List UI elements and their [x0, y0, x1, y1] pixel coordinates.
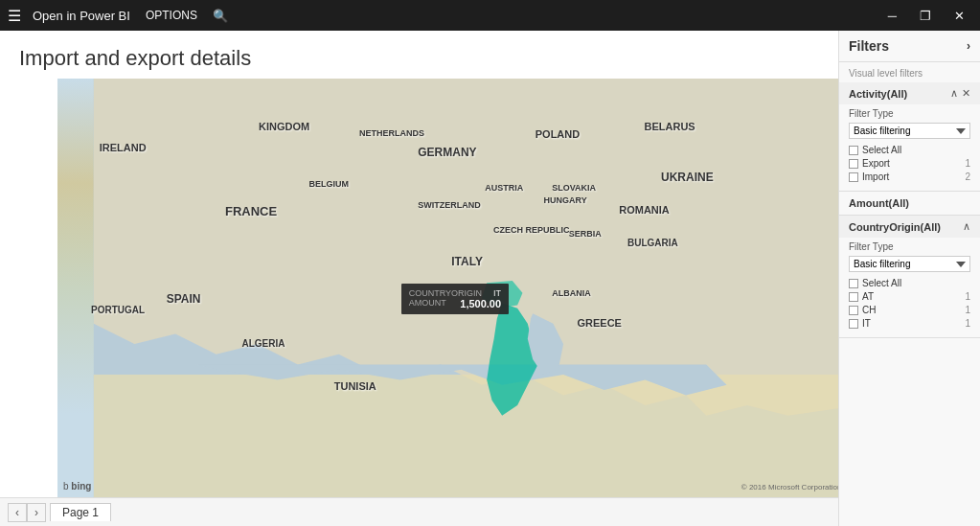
at-checkbox[interactable]: [849, 292, 858, 302]
tooltip-amount-label: AMOUNT: [409, 298, 446, 309]
restore-button[interactable]: ❐: [912, 7, 939, 25]
activity-remove-button[interactable]: ✕: [962, 87, 970, 100]
select-all-checkbox[interactable]: [849, 146, 858, 155]
filters-title: Filters: [849, 38, 889, 54]
at-count: 1: [965, 291, 970, 302]
import-count: 2: [965, 172, 970, 182]
country-section-controls: ∧: [963, 220, 970, 233]
tooltip-country-label: COUNTRYORIGIN: [409, 288, 482, 298]
search-icon[interactable]: 🔍: [213, 9, 228, 23]
page-1-tab[interactable]: Page 1: [50, 503, 111, 521]
activity-section-title: Activity(All): [849, 88, 907, 100]
page-title: Import and export details: [0, 31, 838, 79]
report-area: Import and export details Amount by Coun…: [0, 31, 838, 526]
country-filter-item-ch: CH 1: [849, 305, 970, 315]
country-filter-section: CountryOrigin(All) ∧ Filter Type Basic f…: [839, 216, 980, 338]
export-label: Export: [862, 158, 890, 169]
visual-level-label: Visual level filters: [839, 62, 980, 82]
country-section-header[interactable]: CountryOrigin(All) ∧: [839, 216, 980, 238]
import-label: Import: [862, 172, 889, 182]
menu-icon[interactable]: ☰: [8, 7, 21, 25]
map-visual[interactable]: Amount by CountryOrigin ⤢ ⋯: [57, 79, 838, 497]
activity-filter-section: Activity(All) ∧ ✕ Filter Type Basic filt…: [839, 82, 980, 192]
filters-panel: Filters › Visual level filters Activity(…: [838, 31, 980, 526]
filter-item-import: Import 2: [849, 172, 970, 182]
country-select-all-checkbox[interactable]: [849, 279, 858, 288]
bing-logo: b bing: [63, 481, 91, 492]
minimize-button[interactable]: ─: [880, 7, 904, 25]
it-checkbox[interactable]: [849, 319, 858, 329]
ch-count: 1: [965, 305, 970, 315]
activity-filter-type-select[interactable]: Basic filtering Advanced filtering: [849, 123, 970, 139]
select-all-label: Select All: [862, 145, 901, 155]
country-filter-type-select[interactable]: Basic filtering Advanced filtering: [849, 256, 970, 272]
activity-collapse-button[interactable]: ∧: [950, 87, 958, 100]
country-filter-item-it: IT 1: [849, 318, 970, 329]
map-background: Amount by CountryOrigin ⤢ ⋯: [57, 79, 838, 497]
it-label: IT: [862, 318, 871, 329]
country-collapse-button[interactable]: ∧: [963, 220, 970, 233]
export-count: 1: [965, 158, 970, 169]
activity-section-controls: ∧ ✕: [950, 87, 970, 100]
next-page-button[interactable]: ›: [27, 503, 46, 522]
filters-expand-icon[interactable]: ›: [967, 39, 970, 53]
main-content: Import and export details Amount by Coun…: [0, 31, 980, 526]
activity-filter-items: Select All Export 1 Import 2: [839, 143, 980, 191]
country-filter-items: Select All AT 1 CH 1: [839, 276, 980, 337]
country-select-all-label: Select All: [862, 278, 901, 288]
window-controls: ─ ❐ ✕: [880, 7, 972, 25]
at-label: AT: [862, 291, 874, 302]
filter-item-export: Export 1: [849, 158, 970, 169]
title-bar: ☰ Open in Power BI OPTIONS 🔍 ─ ❐ ✕: [0, 0, 980, 31]
options-menu[interactable]: OPTIONS: [146, 9, 197, 22]
tooltip-amount-value: 1,500.00: [460, 298, 501, 309]
prev-page-button[interactable]: ‹: [8, 503, 27, 522]
country-section-title: CountryOrigin(All): [849, 221, 941, 233]
activity-section-header[interactable]: Activity(All) ∧ ✕: [839, 82, 980, 104]
import-checkbox[interactable]: [849, 172, 858, 182]
amount-filter-section[interactable]: Amount(All): [839, 192, 980, 216]
filter-item-select-all: Select All: [849, 145, 970, 155]
it-count: 1: [965, 318, 970, 329]
country-filter-item-select-all: Select All: [849, 278, 970, 288]
filters-header: Filters ›: [839, 31, 980, 62]
country-filter-item-at: AT 1: [849, 291, 970, 302]
country-filter-type-label: Filter Type: [839, 238, 980, 254]
map-copyright: © 2016 Microsoft Corporation © 2016 HERE: [741, 483, 838, 492]
app-name: Open in Power BI: [33, 9, 130, 23]
activity-filter-type-label: Filter Type: [839, 104, 980, 121]
amount-section-title: Amount(All): [849, 197, 909, 209]
ch-label: CH: [862, 305, 876, 315]
map-tooltip: COUNTRYORIGIN IT AMOUNT 1,500.00: [401, 284, 509, 314]
export-checkbox[interactable]: [849, 159, 858, 169]
tooltip-country-value: IT: [493, 288, 501, 298]
close-button[interactable]: ✕: [946, 7, 972, 25]
ch-checkbox[interactable]: [849, 306, 858, 315]
bottom-bar: ‹ › Page 1: [0, 497, 838, 526]
